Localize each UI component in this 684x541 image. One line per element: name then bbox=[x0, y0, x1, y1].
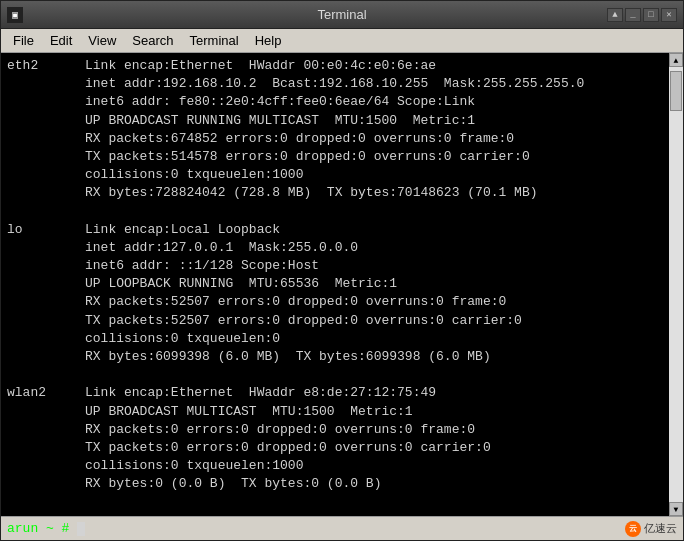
menu-view[interactable]: View bbox=[80, 31, 124, 50]
terminal-body: eth2 Link encap:Ethernet HWaddr 00:e0:4c… bbox=[1, 53, 683, 516]
terminal-output[interactable]: eth2 Link encap:Ethernet HWaddr 00:e0:4c… bbox=[1, 53, 669, 516]
close-button[interactable]: ✕ bbox=[661, 8, 677, 22]
title-bar: ▣ Terminal ▲ _ □ ✕ bbox=[1, 1, 683, 29]
menu-bar: File Edit View Search Terminal Help bbox=[1, 29, 683, 53]
maximize-button[interactable]: □ bbox=[643, 8, 659, 22]
minimize-button[interactable]: _ bbox=[625, 8, 641, 22]
status-bar: arun ~ # 云 亿速云 bbox=[1, 516, 683, 540]
prompt-area: arun ~ # bbox=[7, 521, 85, 536]
prompt-text: arun ~ # bbox=[7, 521, 69, 536]
terminal-window: ▣ Terminal ▲ _ □ ✕ File Edit View Search… bbox=[0, 0, 684, 541]
watermark-logo: 云 bbox=[625, 521, 641, 537]
title-bar-left: ▣ bbox=[7, 7, 23, 23]
title-bar-controls: ▲ _ □ ✕ bbox=[607, 8, 677, 22]
menu-help[interactable]: Help bbox=[247, 31, 290, 50]
window-title: Terminal bbox=[317, 7, 366, 22]
cursor bbox=[77, 522, 85, 536]
watermark-text: 亿速云 bbox=[644, 521, 677, 536]
watermark: 云 亿速云 bbox=[625, 521, 677, 537]
menu-file[interactable]: File bbox=[5, 31, 42, 50]
scroll-track[interactable] bbox=[669, 67, 683, 502]
menu-search[interactable]: Search bbox=[124, 31, 181, 50]
scroll-up-button[interactable]: ▲ bbox=[607, 8, 623, 22]
scrollbar[interactable]: ▲ ▼ bbox=[669, 53, 683, 516]
scroll-down-btn[interactable]: ▼ bbox=[669, 502, 683, 516]
terminal-icon: ▣ bbox=[7, 7, 23, 23]
menu-terminal[interactable]: Terminal bbox=[182, 31, 247, 50]
scroll-up-btn[interactable]: ▲ bbox=[669, 53, 683, 67]
menu-edit[interactable]: Edit bbox=[42, 31, 80, 50]
scroll-thumb[interactable] bbox=[670, 71, 682, 111]
